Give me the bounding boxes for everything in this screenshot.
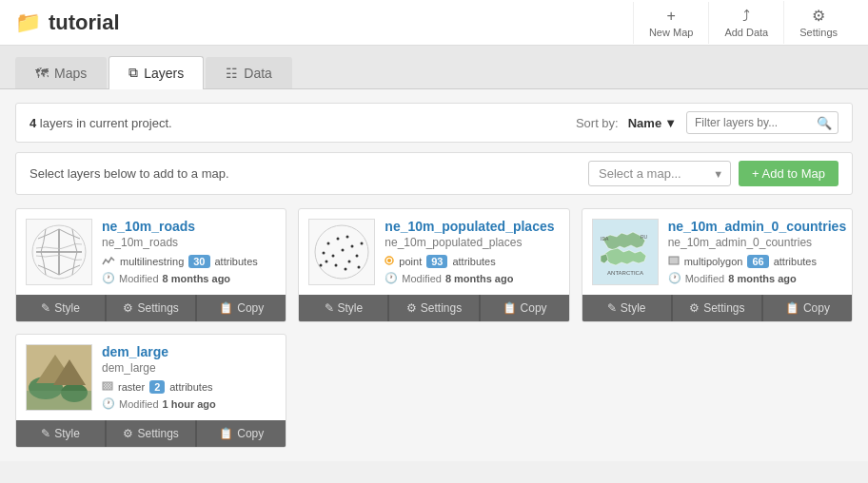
sort-value: Name (628, 116, 661, 130)
copy-button-places[interactable]: 📋 Copy (481, 295, 569, 321)
settings-button-countries[interactable]: ⚙ Settings (673, 295, 762, 321)
modified-label-countries: Modified (685, 273, 725, 284)
attr-badge-countries: 66 (747, 255, 768, 268)
copy-button-countries[interactable]: 📋 Copy (763, 295, 852, 321)
geo-type-dem: raster (118, 381, 145, 393)
tab-layers[interactable]: ⧉ Layers (108, 56, 204, 89)
add-map-bar: Select layers below to add to a map. Sel… (15, 152, 853, 195)
svg-text:RU: RU (641, 234, 648, 240)
settings-button[interactable]: ⚙ Settings (783, 1, 853, 44)
copy-button-dem[interactable]: 📋 Copy (197, 420, 286, 447)
copy-icon-dem: 📋 (219, 427, 233, 440)
add-to-map-label: + Add to Map (752, 166, 825, 181)
tab-data[interactable]: ☷ Data (206, 57, 292, 88)
copy-label-roads: Copy (237, 301, 264, 315)
card-top-roads: ne_10m_roads ne_10m_roads multilinestrin… (16, 209, 286, 295)
style-button-places[interactable]: ✎ Style (299, 295, 388, 321)
style-icon-dem: ✎ (41, 427, 50, 440)
tab-bar: 🗺 Maps ⧉ Layers ☷ Data (0, 46, 868, 89)
card-top-countries: ANTARCTICA RU IDA ne_10m_admin_0_countri… (582, 209, 852, 295)
svg-point-13 (356, 255, 359, 258)
add-data-button[interactable]: ⤴ Add Data (708, 2, 783, 44)
card-info-dem: dem_large dem_large raster 2 attributes … (102, 344, 276, 411)
style-icon-countries: ✎ (607, 301, 617, 315)
clock-icon-countries: 🕐 (668, 272, 681, 284)
maps-tab-icon: 🗺 (35, 66, 49, 81)
card-info-places: ne_10m_populated_places ne_10m_populated… (385, 219, 559, 285)
card-info-countries: ne_10m_admin_0_countries ne_10m_admin_0_… (668, 219, 847, 285)
layer-subname-countries: ne_10m_admin_0_countries (668, 236, 847, 249)
filter-bar: 4 layers in current project. Sort by: Na… (15, 103, 853, 143)
copy-label-dem: Copy (237, 427, 264, 440)
layer-subname-places: ne_10m_populated_places (385, 236, 559, 249)
card-meta-places: point 93 attributes (385, 255, 559, 268)
card-modified-roads: 🕐 Modified 8 months ago (102, 272, 276, 284)
svg-point-17 (361, 242, 364, 245)
settings-icon-countries: ⚙ (689, 301, 700, 315)
main-content: 4 layers in current project. Sort by: Na… (0, 89, 868, 461)
layer-name-dem[interactable]: dem_large (102, 344, 276, 359)
svg-point-22 (387, 259, 391, 262)
settings-button-dem[interactable]: ⚙ Settings (107, 420, 196, 447)
modified-value-roads: 8 months ago (163, 273, 231, 284)
tab-maps[interactable]: 🗺 Maps (15, 57, 107, 88)
select-map-dropdown[interactable]: Select a map... (588, 161, 731, 186)
sort-button[interactable]: Name ▼ (628, 116, 677, 130)
card-info-roads: ne_10m_roads ne_10m_roads multilinestrin… (102, 219, 276, 285)
card-thumbnail-dem (26, 344, 92, 411)
geo-icon-roads (102, 256, 115, 267)
settings-button-roads[interactable]: ⚙ Settings (107, 295, 196, 321)
layers-word: layers (40, 116, 73, 130)
settings-icon-roads: ⚙ (123, 301, 133, 315)
add-data-label: Add Data (724, 27, 768, 38)
svg-point-8 (346, 236, 349, 239)
svg-point-12 (351, 245, 354, 248)
card-modified-countries: 🕐 Modified 8 months ago (668, 272, 847, 284)
card-actions-places: ✎ Style ⚙ Settings 📋 Copy (299, 295, 568, 321)
layer-card-countries: ANTARCTICA RU IDA ne_10m_admin_0_countri… (582, 208, 853, 322)
add-data-icon: ⤴ (742, 8, 750, 25)
card-thumbnail-countries: ANTARCTICA RU IDA (592, 219, 659, 285)
svg-point-7 (337, 238, 340, 241)
style-button-roads[interactable]: ✎ Style (16, 295, 106, 321)
settings-button-places[interactable]: ⚙ Settings (389, 295, 479, 321)
layer-name-places[interactable]: ne_10m_populated_places (385, 219, 559, 234)
sort-chevron-icon: ▼ (664, 116, 677, 130)
card-meta-dem: raster 2 attributes (102, 380, 276, 394)
layer-name-roads[interactable]: ne_10m_roads (102, 219, 276, 234)
settings-icon-dem: ⚙ (123, 427, 133, 440)
select-map-wrap: Select a map... ▼ (588, 161, 731, 186)
style-button-dem[interactable]: ✎ Style (16, 420, 106, 447)
layer-name-countries[interactable]: ne_10m_admin_0_countries (668, 219, 847, 234)
filter-input-wrap: 🔍 (686, 111, 838, 134)
copy-icon-places: 📋 (503, 301, 517, 315)
copy-button-roads[interactable]: 📋 Copy (197, 295, 286, 321)
search-icon: 🔍 (817, 116, 832, 130)
style-label-dem: Style (54, 427, 80, 440)
layers-context: in current project. (76, 116, 171, 130)
new-map-label: New Map (649, 27, 693, 38)
settings-label: Settings (799, 27, 838, 38)
card-modified-places: 🕐 Modified 8 months ago (385, 272, 559, 284)
filter-input[interactable] (686, 111, 838, 134)
add-map-controls: Select a map... ▼ + Add to Map (588, 161, 838, 186)
new-map-button[interactable]: + New Map (633, 2, 708, 44)
style-label-places: Style (338, 301, 364, 315)
geo-type-roads: multilinestring (120, 256, 184, 267)
svg-point-20 (358, 266, 361, 269)
style-button-countries[interactable]: ✎ Style (582, 295, 672, 321)
geo-icon-dem (102, 381, 113, 393)
settings-label-places: Settings (421, 301, 462, 315)
geo-icon-countries (668, 256, 680, 267)
card-actions-dem: ✎ Style ⚙ Settings 📋 Copy (16, 420, 286, 447)
svg-rect-4 (309, 220, 374, 284)
svg-rect-33 (27, 391, 91, 410)
card-actions-roads: ✎ Style ⚙ Settings 📋 Copy (16, 295, 286, 321)
svg-text:ANTARCTICA: ANTARCTICA (607, 270, 643, 276)
layer-card-roads: ne_10m_roads ne_10m_roads multilinestrin… (15, 208, 286, 322)
layer-count-text: 4 layers in current project. (30, 116, 172, 130)
data-tab-label: Data (244, 66, 272, 81)
add-to-map-button[interactable]: + Add to Map (739, 161, 838, 186)
svg-point-11 (342, 249, 345, 252)
settings-label-roads: Settings (137, 301, 178, 315)
